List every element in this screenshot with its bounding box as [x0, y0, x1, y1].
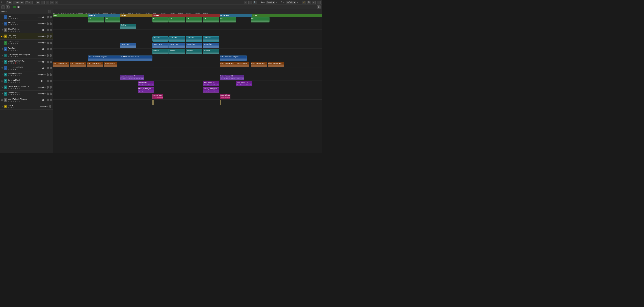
- distro-h-btn[interactable]: H: [8, 62, 10, 64]
- list-view-btn[interactable]: ☰: [41, 1, 44, 4]
- swell-clip-2[interactable]: Swell Uplifter 1.3: [203, 81, 219, 86]
- vocal-r-btn[interactable]: R: [17, 100, 18, 102]
- noise-clip-1[interactable]: Noise Monument.3 ⟳: [120, 74, 144, 80]
- snclap-star-btn[interactable]: ✱: [14, 24, 16, 26]
- scissors-btn[interactable]: ✂: [46, 1, 49, 4]
- impact-clip-2[interactable]: Impact Fiasco: [220, 94, 230, 99]
- cm-s-btn[interactable]: S: [12, 30, 14, 32]
- smse-clip-1[interactable]: SMSE_Uplifter_Noi...: [138, 87, 154, 92]
- track-settings-btn[interactable]: ⚙: [6, 5, 10, 9]
- swell-i-btn[interactable]: I: [19, 81, 20, 83]
- swell-star-btn[interactable]: ✱: [14, 81, 16, 83]
- lipwm-star-btn[interactable]: ✱: [14, 68, 16, 70]
- omni-clip-3[interactable]: OMNI Glass Bells in Space: [220, 56, 247, 61]
- omni-s-btn[interactable]: S: [12, 56, 14, 58]
- track-output-hp[interactable]: [50, 42, 52, 44]
- distro-clip-1[interactable]: Distro Quantum DS.: [53, 62, 69, 67]
- track-output-ls[interactable]: [50, 35, 52, 38]
- kik-clip-6[interactable]: KIK: [203, 17, 219, 22]
- hp-m-btn[interactable]: M: [10, 43, 12, 45]
- edit-menu[interactable]: Edit ▾: [6, 1, 12, 4]
- track-volume-vocal[interactable]: [38, 100, 46, 100]
- distro-m-btn[interactable]: M: [10, 62, 12, 64]
- sp-s-btn[interactable]: S: [12, 50, 14, 51]
- smse-clip-2[interactable]: SMSE_Uplifter_Nois...: [203, 87, 219, 92]
- impact-h-btn[interactable]: H: [8, 94, 10, 96]
- kik-clip-7[interactable]: KIK: [220, 17, 236, 22]
- track-output-swell[interactable]: [50, 80, 52, 82]
- add-marker-btn[interactable]: +: [48, 10, 51, 13]
- add-track-btn[interactable]: +: [1, 5, 5, 9]
- cm-h-btn[interactable]: H: [8, 30, 10, 32]
- zoom-tool[interactable]: 🔍: [253, 1, 257, 4]
- kik-s-btn[interactable]: S: [12, 18, 14, 19]
- omni-h-btn[interactable]: H: [8, 56, 10, 58]
- kik-h-btn[interactable]: H: [8, 18, 10, 19]
- track-pan-sp[interactable]: [46, 48, 49, 50]
- metronome-btn[interactable]: ♩: [55, 1, 58, 4]
- track-output-snclap[interactable]: [50, 22, 52, 25]
- distro-clip-5[interactable]: Distro Quantum DS.: [220, 62, 236, 67]
- track-pan-ls[interactable]: [46, 35, 49, 38]
- distro-clip-4[interactable]: Distro Quantum: [104, 62, 118, 67]
- impact-s-btn[interactable]: S: [12, 94, 14, 96]
- track-volume-sp[interactable]: [38, 49, 46, 49]
- instr-m-btn[interactable]: M: [10, 107, 12, 108]
- kik-clip-4[interactable]: KIK: [169, 17, 185, 22]
- track-volume-noise[interactable]: [38, 74, 46, 75]
- vocal-clip-1[interactable]: [152, 100, 154, 105]
- hp-h-btn[interactable]: H: [8, 43, 10, 45]
- impact-i-btn[interactable]: I: [19, 94, 20, 96]
- view-menu[interactable]: View ▾: [25, 1, 33, 4]
- track-output-impact[interactable]: [50, 92, 52, 95]
- loop-btn[interactable]: ⟳: [50, 1, 54, 4]
- track-pan-kik[interactable]: [46, 16, 49, 18]
- track-pan-snclap[interactable]: [46, 22, 49, 25]
- cm-m-btn[interactable]: M: [10, 30, 12, 32]
- snclap-h-btn[interactable]: H: [8, 24, 10, 26]
- track-output-kik[interactable]: [50, 16, 52, 18]
- distro-clip-6[interactable]: Distro Quantum: [236, 62, 249, 67]
- ls-s-btn[interactable]: S: [12, 37, 14, 38]
- track-volume-cm[interactable]: [38, 30, 46, 30]
- impact-clip-1[interactable]: Impact Fiasco: [152, 94, 163, 99]
- omni-r-btn[interactable]: R: [17, 56, 18, 58]
- swell-m-btn[interactable]: M: [10, 81, 12, 83]
- swell-h-btn[interactable]: H: [8, 81, 10, 83]
- housepiano-clip-5[interactable]: House Piano: [203, 43, 219, 48]
- track-output-vocal[interactable]: [50, 99, 52, 101]
- leadsaw-clip-4[interactable]: Lead Saw: [203, 36, 219, 42]
- track-output-noise[interactable]: [50, 74, 52, 76]
- smse-i-btn[interactable]: I: [19, 88, 20, 89]
- smse-r-btn[interactable]: R: [17, 88, 18, 89]
- swell-s-btn[interactable]: S: [12, 81, 14, 83]
- sawpad-clip-3[interactable]: Saw Pad: [186, 49, 202, 54]
- distro-clip-3[interactable]: Distro Quantum DS.: [87, 62, 103, 67]
- extra-btn[interactable]: ⋯: [317, 1, 321, 4]
- leadsaw-clip-3[interactable]: Lead Saw: [186, 36, 202, 42]
- snap-select[interactable]: Smart: [266, 1, 275, 4]
- omni-clip-2[interactable]: OMNI Glass Bells in Space: [120, 56, 152, 61]
- instr-h-btn[interactable]: H: [8, 107, 10, 108]
- hp-star-btn[interactable]: ✱: [14, 43, 16, 45]
- track-pan-hp[interactable]: [46, 42, 49, 44]
- kik-clip-8[interactable]: KIK: [251, 17, 270, 22]
- track-pan-vocal[interactable]: [46, 99, 49, 101]
- kik-r-btn[interactable]: R: [17, 18, 18, 19]
- track-volume-smse[interactable]: [38, 87, 46, 88]
- noise-h-btn[interactable]: H: [8, 75, 10, 76]
- settings-btn[interactable]: ⚙: [312, 1, 316, 4]
- track-output-lipwm[interactable]: [50, 67, 52, 70]
- sp-star-btn[interactable]: ✱: [14, 50, 16, 51]
- track-volume-lipwm[interactable]: [38, 68, 46, 68]
- flex-btn[interactable]: ⚡: [302, 1, 306, 4]
- track-pan-swell[interactable]: [46, 80, 49, 82]
- vocal-h-btn[interactable]: H: [8, 100, 10, 102]
- track-volume-instr[interactable]: [40, 106, 48, 107]
- swell-r-btn[interactable]: R: [17, 81, 18, 83]
- swell-clip-3[interactable]: Swell Uplifter 1.2: [236, 81, 252, 86]
- track-pan-distro[interactable]: [46, 61, 49, 63]
- kik-m-btn[interactable]: M: [10, 18, 12, 19]
- h-badge[interactable]: H: [13, 6, 16, 8]
- cm-r-btn[interactable]: R: [17, 30, 18, 32]
